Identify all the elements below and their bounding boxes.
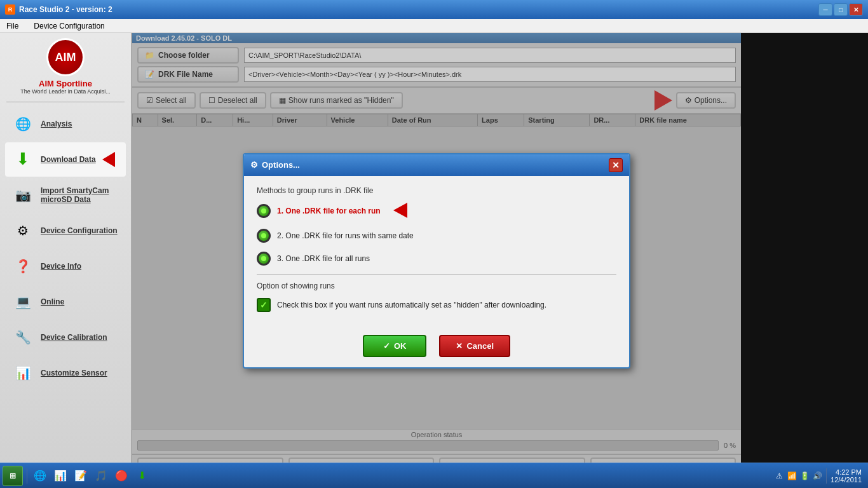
radio-option-3[interactable] <box>257 252 271 266</box>
cancel-icon: ✕ <box>456 341 463 351</box>
section2-title: Option of showing runs <box>257 281 616 290</box>
dialog-overlay: ⚙ Options... ✕ Methods to group runs in … <box>132 33 741 488</box>
radio-inner-3 <box>261 256 266 261</box>
download-data-icon: ⬇ <box>11 148 34 171</box>
sidebar-item-import-smartycam[interactable]: 📷 Import SmartyCam microSD Data <box>5 178 126 212</box>
dialog-title-icon: ⚙ <box>250 160 258 170</box>
brand-name: AIM Sportline <box>20 79 110 88</box>
arrow-indicator <box>102 152 115 167</box>
checkbox-label: Check this box if you want runs automati… <box>277 301 546 309</box>
device-calibration-label: Device Calibration <box>41 333 107 342</box>
option-1-row: 1. One .DRK file for each run <box>257 203 616 220</box>
device-config-label: Device Configuration <box>41 226 118 235</box>
tray-volume-icon[interactable]: 🔊 <box>812 471 822 481</box>
start-button[interactable]: ⊞ <box>3 466 23 486</box>
word-icon[interactable]: 📝 <box>72 467 90 485</box>
options-dialog: ⚙ Options... ✕ Methods to group runs in … <box>243 153 630 369</box>
download-data-label: Download Data <box>41 155 96 164</box>
music-icon[interactable]: 🎵 <box>92 467 110 485</box>
option-2-label: 2. One .DRK file for runs with same date <box>277 231 414 240</box>
download-taskbar-icon[interactable]: ⬇ <box>133 467 151 485</box>
menu-bar: File Device Configuration <box>0 19 868 33</box>
radio-inner-2 <box>261 233 266 238</box>
brand-sub: The World Leader in Data Acquisi... <box>20 88 110 95</box>
device-info-icon: ❓ <box>11 255 34 278</box>
dialog-title-bar: ⚙ Options... ✕ <box>244 154 629 176</box>
sidebar-item-device-info[interactable]: ❓ Device Info <box>5 249 126 283</box>
import-smartycam-label: Import SmartyCam microSD Data <box>41 186 119 204</box>
taskbar-separator-2 <box>826 468 827 484</box>
tray-network-icon[interactable]: 📶 <box>787 471 797 481</box>
online-label: Online <box>41 297 64 306</box>
sidebar-divider <box>6 102 124 102</box>
checkbox-row: ✓ Check this box if you want runs automa… <box>257 298 616 312</box>
dialog-title-text: Options... <box>262 160 300 170</box>
tray-battery-icon[interactable]: 🔋 <box>799 471 810 481</box>
menu-device-config[interactable]: Device Configuration <box>30 20 108 32</box>
sidebar-item-device-calibration[interactable]: 🔧 Device Calibration <box>5 320 126 355</box>
maximize-button[interactable]: □ <box>834 3 848 16</box>
minimize-button[interactable]: ─ <box>818 3 832 16</box>
main-layout: AIM AIM Sportline The World Leader in Da… <box>0 33 868 488</box>
dialog-separator <box>257 274 616 275</box>
analysis-label: Analysis <box>41 119 72 128</box>
close-button[interactable]: ✕ <box>849 3 863 16</box>
device-calibration-icon: 🔧 <box>11 326 34 349</box>
option-3-label: 3. One .DRK file for all runs <box>277 254 370 263</box>
tray-warning-icon[interactable]: ⚠ <box>774 471 784 481</box>
dialog-body: Methods to group runs in .DRK file 1. On… <box>244 176 629 329</box>
system-clock[interactable]: 4:22 PM 12/4/2011 <box>831 468 862 484</box>
app-title-bar: R Race Studio 2 - version: 2 ─ □ ✕ <box>0 0 868 19</box>
taskbar-separator-1 <box>27 468 27 484</box>
app-title: Race Studio 2 - version: 2 <box>19 5 112 14</box>
race-studio-taskbar-icon[interactable]: 🔴 <box>112 467 130 485</box>
customize-sensor-label: Customize Sensor <box>41 369 107 377</box>
menu-file[interactable]: File <box>3 20 22 32</box>
sidebar-item-device-config[interactable]: ⚙ Device Configuration <box>5 214 126 248</box>
auto-hide-checkbox[interactable]: ✓ <box>257 298 271 312</box>
analysis-icon: 🌐 <box>11 112 34 135</box>
ok-icon: ✓ <box>383 341 390 351</box>
device-config-icon: ⚙ <box>11 219 34 242</box>
taskbar: ⊞ 🌐 📊 📝 🎵 🔴 ⬇ ⚠ 📶 🔋 🔊 4:22 PM 12/4/2011 <box>0 463 868 488</box>
checkmark-icon: ✓ <box>260 300 268 310</box>
ie-icon[interactable]: 🌐 <box>31 467 49 485</box>
dialog-close-button[interactable]: ✕ <box>609 158 623 172</box>
option-1-label: 1. One .DRK file for each run <box>277 207 381 215</box>
sidebar-item-customize-sensor[interactable]: 📊 Customize Sensor <box>5 356 126 390</box>
excel-icon[interactable]: 📊 <box>51 467 69 485</box>
online-icon: 💻 <box>11 290 34 313</box>
content-area: Download 2.45.02 - SOLO DL 📁 Choose fold… <box>132 33 741 488</box>
radio-option-2[interactable] <box>257 229 271 243</box>
tray-area: ⚠ 📶 🔋 🔊 4:22 PM 12/4/2011 <box>774 468 865 484</box>
option-2-row: 2. One .DRK file for runs with same date <box>257 229 616 243</box>
import-smartycam-icon: 📷 <box>11 184 34 207</box>
device-info-label: Device Info <box>41 262 81 271</box>
sidebar-item-online[interactable]: 💻 Online <box>5 285 126 319</box>
customize-sensor-icon: 📊 <box>11 362 34 384</box>
radio-inner-1 <box>261 208 266 214</box>
logo: AIM <box>46 38 85 76</box>
sidebar-item-analysis[interactable]: 🌐 Analysis <box>5 107 126 141</box>
windows-icon: ⊞ <box>10 471 16 480</box>
sidebar: AIM AIM Sportline The World Leader in Da… <box>0 33 132 488</box>
option-3-row: 3. One .DRK file for all runs <box>257 252 616 266</box>
sidebar-item-download-data[interactable]: ⬇ Download Data <box>5 142 126 177</box>
app-icon: R <box>5 4 15 15</box>
radio-option-1[interactable] <box>257 204 271 218</box>
dialog-footer: ✓ OK ✕ Cancel <box>244 329 629 367</box>
section-title: Methods to group runs in .DRK file <box>257 186 616 195</box>
option1-arrow <box>393 203 407 218</box>
ok-button[interactable]: ✓ OK <box>363 335 427 357</box>
right-panel <box>741 33 868 488</box>
dialog-cancel-button[interactable]: ✕ Cancel <box>439 335 510 357</box>
